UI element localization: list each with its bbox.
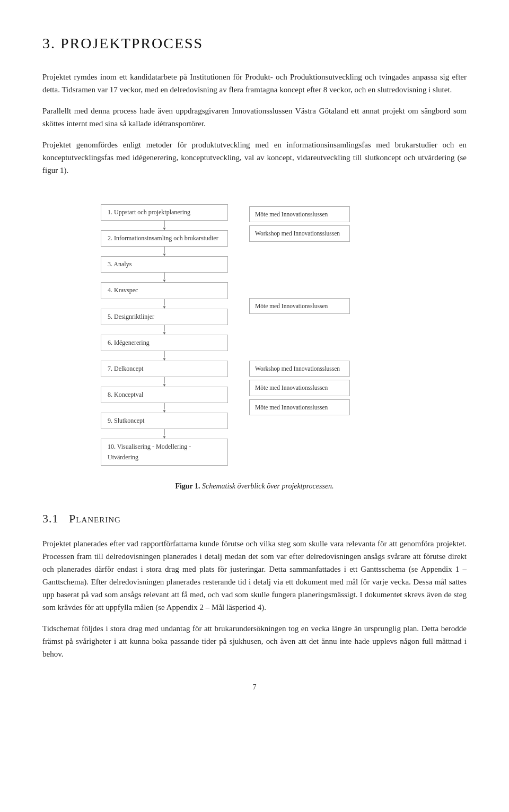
arrow-5	[101, 325, 228, 335]
paragraph-3: Projektet genomfördes enligt metoder för…	[42, 138, 467, 177]
section-number: 3.1	[42, 512, 59, 525]
section-paragraph-2: Tidschemat följdes i stora drag med unda…	[42, 622, 467, 660]
paragraph-1: Projektet rymdes inom ett kandidatarbete…	[42, 71, 467, 96]
figure-label: Figur 1.	[175, 482, 200, 490]
diagram-right-column: Möte med Innovationsslussen Workshop med…	[249, 204, 361, 418]
side-label-4: Workshop med Innovationsslussen	[249, 361, 350, 377]
section-title-text: Planering	[69, 512, 121, 525]
section-3-1-title: 3.1 Planering	[42, 509, 467, 528]
side-label-5: Möte med Innovationsslussen	[249, 380, 350, 396]
chapter-title-text: Projektprocess	[60, 35, 203, 51]
side-label-6: Möte med Innovationsslussen	[249, 399, 350, 415]
arrow-9	[101, 429, 228, 439]
arrow-7	[101, 377, 228, 387]
process-diagram: 1. Uppstart och projektplanering 2. Info…	[42, 185, 467, 476]
side-label-3: Möte med Innovationsslussen	[249, 298, 350, 314]
page: 3. Projektprocess Projektet rymdes inom …	[0, 0, 509, 812]
figure-text: Schematisk överblick över projektprocess…	[202, 482, 334, 490]
arrow-2	[101, 247, 228, 256]
arrow-1	[101, 221, 228, 230]
side-label-1: Möte med Innovationsslussen	[249, 206, 350, 222]
arrow-4	[101, 299, 228, 309]
page-number: 7	[42, 682, 467, 693]
arrow-6	[101, 351, 228, 361]
arrow-3	[101, 273, 228, 282]
chapter-number: 3.	[42, 35, 56, 51]
step-10: 10. Visualisering - Modellering - Utvärd…	[101, 439, 228, 465]
paragraph-2: Parallellt med denna process hade även u…	[42, 104, 467, 130]
section-paragraph-1: Projektet planerades efter vad rapportfö…	[42, 537, 467, 614]
diagram-left-column: 1. Uppstart och projektplanering 2. Info…	[101, 204, 244, 466]
step-1: 1. Uppstart och projektplanering	[101, 204, 228, 221]
figure-caption: Figur 1. Schematisk överblick över proje…	[42, 481, 467, 492]
chapter-title: 3. Projektprocess	[42, 32, 467, 56]
diagram-container: 1. Uppstart och projektplanering 2. Info…	[101, 204, 408, 466]
arrow-8	[101, 403, 228, 413]
side-label-2: Workshop med Innovationsslussen	[249, 225, 350, 241]
